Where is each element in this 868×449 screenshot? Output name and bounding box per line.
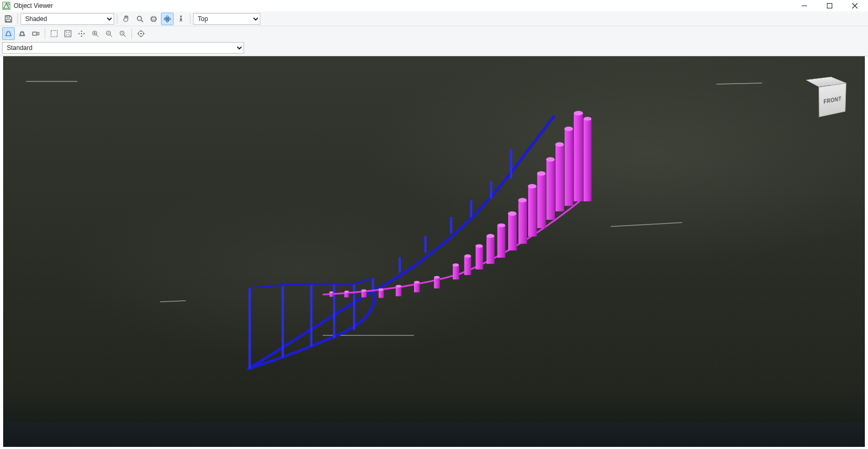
svg-point-59 — [537, 171, 546, 176]
target-icon[interactable] — [135, 27, 147, 40]
svg-rect-70 — [476, 246, 483, 270]
pan-realtime-icon[interactable] — [75, 27, 88, 40]
scene-svg — [3, 56, 865, 447]
svg-point-11 — [151, 17, 156, 19]
svg-rect-17 — [33, 32, 37, 35]
svg-rect-19 — [65, 30, 71, 37]
svg-point-10 — [151, 16, 156, 22]
svg-point-83 — [378, 288, 383, 291]
toolbar-area: Shaded Top — [0, 12, 868, 56]
perspective-object-icon[interactable] — [16, 27, 28, 40]
window-title: Object Viewer — [14, 2, 53, 9]
svg-point-51 — [583, 117, 591, 120]
zoom-icon[interactable] — [134, 13, 146, 25]
svg-rect-74 — [453, 265, 459, 280]
terrain-edge-hints — [26, 81, 762, 335]
svg-rect-66 — [497, 226, 505, 258]
svg-point-87 — [345, 291, 349, 293]
view-direction-select[interactable]: Top — [193, 13, 260, 25]
titlebar: Object Viewer — [0, 0, 868, 12]
toolbar-row-1: Shaded Top — [0, 12, 868, 26]
svg-point-55 — [556, 142, 564, 146]
svg-point-81 — [396, 285, 401, 288]
svg-rect-56 — [547, 159, 555, 220]
standard-select[interactable]: Standard — [2, 42, 244, 54]
svg-point-77 — [434, 276, 440, 279]
svg-rect-3 — [827, 4, 832, 8]
svg-point-8 — [137, 16, 142, 21]
svg-point-31 — [140, 33, 142, 35]
svg-point-65 — [508, 211, 516, 216]
orbit-free-icon[interactable] — [147, 13, 160, 25]
zoom-window-icon[interactable] — [48, 27, 60, 40]
svg-point-20 — [81, 33, 82, 34]
svg-point-69 — [487, 234, 494, 238]
svg-point-63 — [518, 198, 527, 202]
svg-rect-48 — [574, 113, 583, 201]
magenta-cylinders — [329, 111, 591, 298]
svg-point-49 — [574, 111, 583, 115]
close-button[interactable] — [847, 0, 863, 12]
svg-rect-60 — [528, 186, 537, 237]
svg-line-9 — [141, 20, 143, 22]
svg-point-71 — [476, 244, 483, 248]
visual-style-select[interactable]: Shaded — [21, 13, 114, 25]
app-icon — [2, 2, 11, 10]
blue-alignment — [248, 117, 553, 369]
svg-rect-64 — [508, 213, 517, 250]
zoom-extents-icon[interactable] — [62, 27, 74, 40]
svg-rect-54 — [556, 145, 564, 211]
maximize-button[interactable] — [822, 0, 837, 12]
zoom-realtime-icon[interactable] — [116, 27, 129, 40]
svg-point-53 — [564, 127, 573, 131]
svg-rect-68 — [487, 236, 494, 264]
minimize-button[interactable] — [796, 0, 812, 12]
toolbar-row-3: Standard — [0, 41, 868, 56]
zoom-out-icon[interactable] — [103, 27, 115, 40]
viewcube[interactable]: FRONT — [807, 77, 844, 114]
svg-point-57 — [546, 157, 554, 161]
svg-line-26 — [110, 35, 112, 37]
svg-point-67 — [497, 223, 505, 227]
toolbar-row-2 — [0, 26, 868, 41]
zoom-in-icon[interactable] — [89, 27, 102, 40]
svg-point-14 — [167, 18, 168, 19]
svg-rect-18 — [51, 30, 57, 37]
svg-rect-80 — [396, 286, 401, 296]
svg-line-29 — [124, 35, 126, 37]
svg-rect-76 — [434, 277, 440, 288]
pan-icon[interactable] — [120, 13, 133, 25]
svg-rect-62 — [519, 200, 527, 244]
svg-point-75 — [452, 263, 459, 267]
viewcube-front-label: FRONT — [824, 96, 842, 105]
svg-point-61 — [528, 184, 536, 188]
svg-point-79 — [414, 281, 420, 283]
svg-rect-50 — [583, 119, 591, 201]
svg-point-85 — [361, 289, 367, 292]
save-icon[interactable] — [2, 13, 15, 25]
svg-rect-58 — [537, 174, 546, 228]
viewcube-front-face[interactable]: FRONT — [819, 83, 846, 117]
window-controls — [796, 0, 866, 12]
svg-point-89 — [329, 291, 334, 293]
svg-rect-78 — [414, 282, 420, 292]
orbit-constrained-icon[interactable] — [161, 13, 174, 25]
svg-rect-52 — [564, 129, 573, 206]
svg-point-15 — [180, 15, 181, 17]
viewport-3d[interactable]: FRONT — [3, 56, 865, 447]
svg-rect-7 — [6, 19, 11, 22]
svg-line-22 — [96, 35, 98, 37]
svg-rect-72 — [464, 256, 471, 275]
camera-icon[interactable] — [29, 27, 42, 40]
svg-point-73 — [464, 254, 471, 258]
svg-rect-16 — [21, 33, 24, 35]
magenta-corridor — [322, 111, 591, 298]
perspective-toggle-icon[interactable] — [2, 27, 15, 40]
walk-icon[interactable] — [175, 13, 187, 25]
svg-point-28 — [120, 31, 124, 35]
